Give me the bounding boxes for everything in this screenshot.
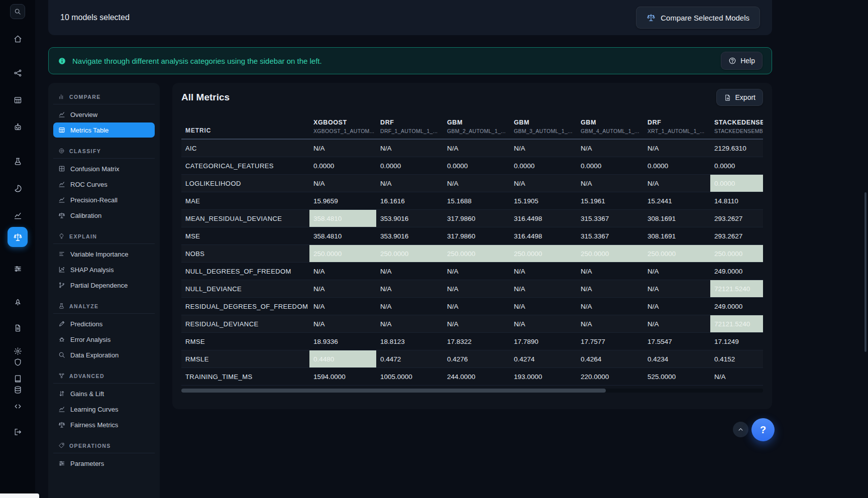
- table-row: MSE358.4810353.9016317.9860316.4498315.3…: [181, 227, 763, 245]
- value-cell: 15.1688: [443, 192, 510, 209]
- value-cell: N/A: [643, 263, 710, 280]
- chart-line-icon: [58, 406, 65, 413]
- value-cell: 0.4264: [577, 350, 643, 367]
- sidebar-item-predictions[interactable]: Predictions: [53, 316, 155, 331]
- value-cell: N/A: [577, 263, 643, 280]
- scales-icon: [13, 232, 23, 242]
- export-button-label: Export: [735, 93, 755, 101]
- value-cell: 250.0000: [443, 245, 510, 262]
- sidebar-item-roc-curves[interactable]: ROC Curves: [53, 177, 155, 192]
- sidebar-item-error-analysis[interactable]: Error Analysis: [53, 332, 155, 347]
- target-icon: [58, 148, 65, 154]
- sliders-icon: [58, 460, 65, 467]
- metric-cell: NULL_DEVIANCE: [181, 280, 309, 297]
- bottom-left-strip: [0, 493, 39, 498]
- sidebar-item-fairness-metrics[interactable]: Fairness Metrics: [53, 417, 155, 432]
- value-cell: 18.9336: [309, 333, 376, 350]
- value-cell: N/A: [376, 263, 443, 280]
- value-cell: 358.4810: [309, 227, 376, 244]
- sidebar-section-header: ADVANCED: [53, 368, 155, 384]
- metric-cell: CATEGORICAL_FEATURES: [181, 157, 309, 174]
- rail-sliders-button[interactable]: [9, 260, 26, 277]
- value-cell: 249.0000: [710, 298, 763, 315]
- value-cell: N/A: [510, 263, 577, 280]
- value-cell: 0.4152: [710, 350, 763, 367]
- rail-rocket-button[interactable]: [9, 294, 26, 311]
- model-id: STACKEDENSEMBLE...: [714, 128, 763, 134]
- model-id: GBM_4_AUTOML_1_...: [581, 128, 643, 134]
- help-button[interactable]: Help: [721, 52, 763, 70]
- sidebar-item-parameters[interactable]: Parameters: [53, 456, 155, 471]
- value-cell: 316.4498: [510, 227, 577, 244]
- banner-message: Navigate through different analysis cate…: [72, 57, 322, 65]
- rail-database-button[interactable]: [9, 381, 26, 398]
- scatter-icon: [58, 266, 65, 273]
- rail-network-button[interactable]: [9, 64, 26, 81]
- metric-cell: MAE: [181, 192, 309, 209]
- value-cell: N/A: [443, 175, 510, 192]
- sidebar-item-overview[interactable]: Overview: [53, 107, 155, 122]
- value-cell: 17.7890: [510, 333, 577, 350]
- value-cell: 0.0000: [309, 157, 376, 174]
- sidebar-item-shap-analysis[interactable]: SHAP Analysis: [53, 262, 155, 277]
- models-selected-text: 10 models selected: [60, 13, 130, 22]
- rail-pie-button[interactable]: [9, 180, 26, 197]
- sidebar-item-label: Gains & Lift: [70, 390, 104, 398]
- value-cell: N/A: [309, 280, 376, 297]
- value-cell: 0.0000: [643, 157, 710, 174]
- rail-chart-line-button[interactable]: [9, 207, 26, 224]
- sidebar-item-learning-curves[interactable]: Learning Curves: [53, 402, 155, 417]
- page-scrollbar[interactable]: [864, 192, 866, 352]
- sidebar-item-partial-dependence[interactable]: Partial Dependence: [53, 278, 155, 293]
- model-id: GBM_3_AUTOML_1_...: [514, 128, 577, 134]
- table-row: RESIDUAL_DEGREES_OF_FREEDOMN/AN/AN/AN/AN…: [181, 298, 763, 315]
- sliders-icon: [14, 265, 22, 273]
- metric-cell: LOGLIKELIHOOD: [181, 175, 309, 192]
- scrollbar-thumb[interactable]: [181, 389, 606, 393]
- table-row: CATEGORICAL_FEATURES0.00000.00000.00000.…: [181, 157, 763, 175]
- rail-code-button[interactable]: [9, 398, 26, 415]
- rail-logout-button[interactable]: [9, 423, 26, 440]
- section-label: ADVANCED: [69, 373, 104, 379]
- rail-scales-button[interactable]: [8, 227, 28, 247]
- metric-cell: NOBS: [181, 245, 309, 262]
- value-cell: 0.0000: [710, 175, 763, 192]
- horizontal-scrollbar[interactable]: [181, 389, 763, 393]
- rail-search-button[interactable]: [10, 4, 25, 19]
- rail-table-button[interactable]: [9, 91, 26, 108]
- model-name: DRF: [647, 119, 710, 126]
- metrics-table: METRICXGBOOSTXGBOOST_1_AUTOM...DRFDRF_1_…: [181, 112, 763, 386]
- rail-home-button[interactable]: [9, 30, 26, 47]
- rail-shield-button[interactable]: [9, 353, 26, 370]
- metric-cell: NULL_DEGREES_OF_FREEDOM: [181, 263, 309, 280]
- value-cell: 0.0000: [376, 157, 443, 174]
- table-icon: [58, 127, 65, 134]
- help-fab[interactable]: ?: [751, 418, 775, 441]
- sidebar-item-calibration[interactable]: Calibration: [53, 208, 155, 223]
- sidebar-item-metrics-table[interactable]: Metrics Table: [53, 122, 155, 138]
- value-cell: 1594.0000: [309, 368, 376, 385]
- sidebar-item-variable-importance[interactable]: Variable Importance: [53, 246, 155, 262]
- scroll-to-top-button[interactable]: [733, 422, 748, 437]
- rail-document-button[interactable]: [9, 319, 26, 336]
- model-column-header: GBMGBM_4_AUTOML_1_...: [577, 119, 643, 134]
- sidebar-item-label: SHAP Analysis: [70, 266, 114, 274]
- sidebar-item-precision-recall[interactable]: Precision-Recall: [53, 192, 155, 207]
- bulb-icon: [58, 233, 65, 239]
- sidebar-item-confusion-matrix[interactable]: Confusion Matrix: [53, 161, 155, 176]
- metric-cell: AIC: [181, 140, 309, 157]
- section-label: ANALYZE: [69, 303, 98, 309]
- rail-flask-button[interactable]: [9, 153, 26, 170]
- sidebar-item-data-exploration[interactable]: Data Exploration: [53, 347, 155, 362]
- sidebar-item-gains-lift[interactable]: Gains & Lift: [53, 386, 155, 401]
- network-icon: [14, 69, 22, 77]
- compare-selected-models-button[interactable]: Compare Selected Models: [636, 7, 760, 29]
- value-cell: N/A: [510, 280, 577, 297]
- chart-line-icon: [58, 111, 65, 118]
- export-button[interactable]: Export: [716, 89, 763, 106]
- value-cell: 249.0000: [710, 263, 763, 280]
- value-cell: 250.0000: [376, 245, 443, 262]
- rail-bot-button[interactable]: [9, 118, 26, 136]
- value-cell: N/A: [510, 140, 577, 157]
- document-icon: [14, 324, 22, 332]
